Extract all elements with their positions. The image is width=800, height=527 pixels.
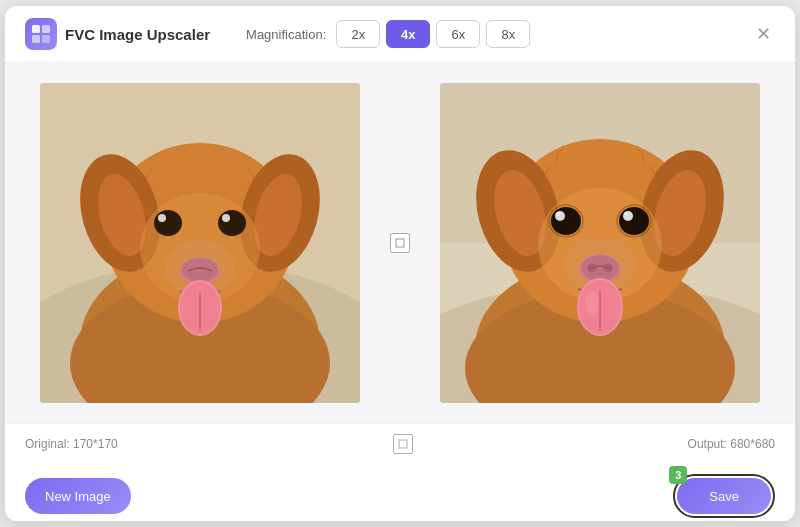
action-bar: New Image 3 Save xyxy=(5,464,795,521)
original-dog-svg xyxy=(40,83,360,403)
svg-point-14 xyxy=(154,210,182,236)
svg-rect-53 xyxy=(399,440,407,448)
svg-point-37 xyxy=(619,207,649,235)
header: FVC Image Upscaler Magnification: 2x 4x … xyxy=(5,6,795,63)
save-button[interactable]: Save xyxy=(677,478,771,514)
svg-point-16 xyxy=(158,214,166,222)
app-window: FVC Image Upscaler Magnification: 2x 4x … xyxy=(5,6,795,521)
svg-point-36 xyxy=(551,207,581,235)
svg-point-40 xyxy=(555,211,565,221)
close-button[interactable]: ✕ xyxy=(751,22,775,46)
magnification-buttons: 2x 4x 6x 8x xyxy=(336,20,530,48)
save-area: 3 Save xyxy=(673,474,775,518)
magnification-area: Magnification: 2x 4x 6x 8x xyxy=(246,20,530,48)
mag-btn-8x[interactable]: 8x xyxy=(486,20,530,48)
mag-btn-6x[interactable]: 6x xyxy=(436,20,480,48)
original-size-label: Original: 170*170 xyxy=(25,437,118,451)
new-image-button[interactable]: New Image xyxy=(25,478,131,514)
original-image-panel xyxy=(40,83,360,403)
mag-btn-4x[interactable]: 4x xyxy=(386,20,430,48)
mag-btn-2x[interactable]: 2x xyxy=(336,20,380,48)
svg-point-42 xyxy=(556,212,560,216)
save-badge: 3 xyxy=(669,466,687,484)
svg-point-41 xyxy=(623,211,633,221)
upscaled-dog-svg xyxy=(440,83,760,403)
svg-rect-1 xyxy=(42,25,50,33)
original-image xyxy=(40,83,360,403)
divider-icon xyxy=(390,233,410,253)
app-title: FVC Image Upscaler xyxy=(65,26,210,43)
svg-point-43 xyxy=(624,212,628,216)
main-content xyxy=(5,63,795,423)
save-button-wrapper: Save xyxy=(673,474,775,518)
svg-rect-2 xyxy=(32,35,40,43)
upscaled-image-panel xyxy=(440,83,760,403)
svg-point-52 xyxy=(585,291,599,315)
svg-point-17 xyxy=(222,214,230,222)
svg-rect-3 xyxy=(42,35,50,43)
app-logo-icon xyxy=(25,18,57,50)
center-icon xyxy=(393,434,413,454)
svg-point-20 xyxy=(182,258,218,282)
magnification-label: Magnification: xyxy=(246,27,326,42)
upscaled-image xyxy=(440,83,760,403)
svg-point-46 xyxy=(581,255,619,281)
logo-area: FVC Image Upscaler xyxy=(25,18,210,50)
svg-rect-24 xyxy=(396,239,404,247)
svg-rect-0 xyxy=(32,25,40,33)
output-size-label: Output: 680*680 xyxy=(688,437,775,451)
size-info-bar: Original: 170*170 Output: 680*680 xyxy=(5,423,795,464)
svg-point-15 xyxy=(218,210,246,236)
